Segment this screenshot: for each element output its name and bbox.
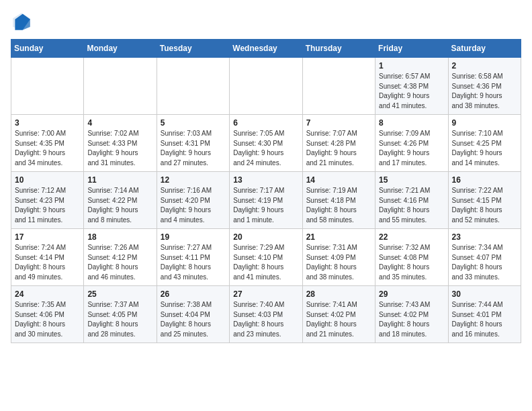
day-cell: 7Sunrise: 7:07 AMSunset: 4:28 PMDaylight… — [302, 115, 375, 172]
day-number: 20 — [233, 232, 298, 242]
day-info: Sunrise: 7:32 AMSunset: 4:08 PMDaylight:… — [379, 243, 444, 282]
day-number: 27 — [233, 289, 298, 299]
day-info: Sunrise: 7:09 AMSunset: 4:26 PMDaylight:… — [379, 129, 444, 168]
day-number: 19 — [161, 232, 226, 242]
day-info: Sunrise: 7:14 AMSunset: 4:22 PMDaylight:… — [87, 186, 152, 225]
day-number: 11 — [87, 175, 152, 185]
day-info: Sunrise: 7:24 AMSunset: 4:14 PMDaylight:… — [15, 243, 80, 282]
weekday-saturday: Saturday — [448, 40, 521, 58]
day-number: 2 — [452, 61, 517, 71]
day-number: 6 — [233, 118, 298, 128]
day-number: 8 — [379, 118, 444, 128]
day-info: Sunrise: 6:58 AMSunset: 4:36 PMDaylight:… — [452, 72, 517, 111]
day-cell: 15Sunrise: 7:21 AMSunset: 4:16 PMDayligh… — [375, 172, 448, 229]
day-info: Sunrise: 7:19 AMSunset: 4:18 PMDaylight:… — [306, 186, 371, 225]
week-row-1: 1Sunrise: 6:57 AMSunset: 4:38 PMDaylight… — [11, 58, 521, 115]
day-number: 10 — [15, 175, 80, 185]
day-info: Sunrise: 7:34 AMSunset: 4:07 PMDaylight:… — [452, 243, 517, 282]
day-info: Sunrise: 7:21 AMSunset: 4:16 PMDaylight:… — [379, 186, 444, 225]
day-cell — [302, 58, 375, 115]
day-cell: 28Sunrise: 7:41 AMSunset: 4:02 PMDayligh… — [302, 286, 375, 343]
day-cell: 16Sunrise: 7:22 AMSunset: 4:15 PMDayligh… — [448, 172, 521, 229]
weekday-monday: Monday — [84, 40, 157, 58]
day-info: Sunrise: 7:44 AMSunset: 4:01 PMDaylight:… — [452, 300, 517, 339]
day-number: 14 — [306, 175, 371, 185]
day-cell: 25Sunrise: 7:37 AMSunset: 4:05 PMDayligh… — [84, 286, 157, 343]
day-number: 17 — [15, 232, 80, 242]
day-info: Sunrise: 7:00 AMSunset: 4:35 PMDaylight:… — [15, 129, 80, 168]
day-info: Sunrise: 7:16 AMSunset: 4:20 PMDaylight:… — [161, 186, 226, 225]
weekday-sunday: Sunday — [11, 40, 84, 58]
weekday-header-row: SundayMondayTuesdayWednesdayThursdayFrid… — [11, 40, 521, 58]
day-number: 29 — [379, 289, 444, 299]
day-info: Sunrise: 7:05 AMSunset: 4:30 PMDaylight:… — [233, 129, 298, 168]
day-number: 13 — [233, 175, 298, 185]
day-info: Sunrise: 7:12 AMSunset: 4:23 PMDaylight:… — [15, 186, 80, 225]
day-cell: 30Sunrise: 7:44 AMSunset: 4:01 PMDayligh… — [448, 286, 521, 343]
day-cell: 22Sunrise: 7:32 AMSunset: 4:08 PMDayligh… — [375, 229, 448, 286]
day-info: Sunrise: 7:22 AMSunset: 4:15 PMDaylight:… — [452, 186, 517, 225]
day-number: 4 — [87, 118, 152, 128]
day-cell: 12Sunrise: 7:16 AMSunset: 4:20 PMDayligh… — [157, 172, 229, 229]
weekday-thursday: Thursday — [302, 40, 375, 58]
day-cell: 13Sunrise: 7:17 AMSunset: 4:19 PMDayligh… — [230, 172, 302, 229]
week-row-2: 3Sunrise: 7:00 AMSunset: 4:35 PMDaylight… — [11, 115, 521, 172]
day-info: Sunrise: 7:02 AMSunset: 4:33 PMDaylight:… — [87, 129, 152, 168]
day-cell — [11, 58, 84, 115]
day-cell: 8Sunrise: 7:09 AMSunset: 4:26 PMDaylight… — [375, 115, 448, 172]
day-number: 15 — [379, 175, 444, 185]
day-number: 24 — [15, 289, 80, 299]
day-cell — [157, 58, 229, 115]
day-number: 3 — [15, 118, 80, 128]
day-cell: 9Sunrise: 7:10 AMSunset: 4:25 PMDaylight… — [448, 115, 521, 172]
day-cell: 17Sunrise: 7:24 AMSunset: 4:14 PMDayligh… — [11, 229, 84, 286]
day-number: 9 — [452, 118, 517, 128]
day-cell: 14Sunrise: 7:19 AMSunset: 4:18 PMDayligh… — [302, 172, 375, 229]
day-cell: 27Sunrise: 7:40 AMSunset: 4:03 PMDayligh… — [230, 286, 302, 343]
day-cell: 11Sunrise: 7:14 AMSunset: 4:22 PMDayligh… — [84, 172, 157, 229]
day-number: 16 — [452, 175, 517, 185]
day-info: Sunrise: 7:38 AMSunset: 4:04 PMDaylight:… — [161, 300, 226, 339]
day-info: Sunrise: 7:35 AMSunset: 4:06 PMDaylight:… — [15, 300, 80, 339]
day-info: Sunrise: 7:40 AMSunset: 4:03 PMDaylight:… — [233, 300, 298, 339]
weekday-tuesday: Tuesday — [157, 40, 229, 58]
logo — [11, 11, 36, 32]
day-number: 5 — [161, 118, 226, 128]
weekday-wednesday: Wednesday — [230, 40, 302, 58]
day-number: 1 — [379, 61, 444, 71]
day-info: Sunrise: 7:10 AMSunset: 4:25 PMDaylight:… — [452, 129, 517, 168]
logo-icon — [11, 11, 32, 32]
day-number: 7 — [306, 118, 371, 128]
week-row-5: 24Sunrise: 7:35 AMSunset: 4:06 PMDayligh… — [11, 286, 521, 343]
day-cell: 18Sunrise: 7:26 AMSunset: 4:12 PMDayligh… — [84, 229, 157, 286]
day-number: 22 — [379, 232, 444, 242]
day-cell — [84, 58, 157, 115]
day-info: Sunrise: 7:37 AMSunset: 4:05 PMDaylight:… — [87, 300, 152, 339]
day-info: Sunrise: 7:03 AMSunset: 4:31 PMDaylight:… — [161, 129, 226, 168]
day-number: 18 — [87, 232, 152, 242]
day-cell: 6Sunrise: 7:05 AMSunset: 4:30 PMDaylight… — [230, 115, 302, 172]
day-cell: 20Sunrise: 7:29 AMSunset: 4:10 PMDayligh… — [230, 229, 302, 286]
day-number: 12 — [161, 175, 226, 185]
day-info: Sunrise: 7:26 AMSunset: 4:12 PMDaylight:… — [87, 243, 152, 282]
day-cell: 10Sunrise: 7:12 AMSunset: 4:23 PMDayligh… — [11, 172, 84, 229]
day-number: 23 — [452, 232, 517, 242]
day-cell: 29Sunrise: 7:43 AMSunset: 4:02 PMDayligh… — [375, 286, 448, 343]
day-number: 28 — [306, 289, 371, 299]
day-cell: 2Sunrise: 6:58 AMSunset: 4:36 PMDaylight… — [448, 58, 521, 115]
day-cell: 19Sunrise: 7:27 AMSunset: 4:11 PMDayligh… — [157, 229, 229, 286]
day-cell: 5Sunrise: 7:03 AMSunset: 4:31 PMDaylight… — [157, 115, 229, 172]
day-cell: 24Sunrise: 7:35 AMSunset: 4:06 PMDayligh… — [11, 286, 84, 343]
day-cell: 3Sunrise: 7:00 AMSunset: 4:35 PMDaylight… — [11, 115, 84, 172]
day-info: Sunrise: 7:17 AMSunset: 4:19 PMDaylight:… — [233, 186, 298, 225]
day-info: Sunrise: 7:07 AMSunset: 4:28 PMDaylight:… — [306, 129, 371, 168]
calendar-table: SundayMondayTuesdayWednesdayThursdayFrid… — [11, 39, 521, 343]
day-info: Sunrise: 7:27 AMSunset: 4:11 PMDaylight:… — [161, 243, 226, 282]
day-info: Sunrise: 6:57 AMSunset: 4:38 PMDaylight:… — [379, 72, 444, 111]
day-info: Sunrise: 7:43 AMSunset: 4:02 PMDaylight:… — [379, 300, 444, 339]
day-number: 30 — [452, 289, 517, 299]
day-cell — [230, 58, 302, 115]
day-cell: 4Sunrise: 7:02 AMSunset: 4:33 PMDaylight… — [84, 115, 157, 172]
day-cell: 23Sunrise: 7:34 AMSunset: 4:07 PMDayligh… — [448, 229, 521, 286]
day-info: Sunrise: 7:29 AMSunset: 4:10 PMDaylight:… — [233, 243, 298, 282]
